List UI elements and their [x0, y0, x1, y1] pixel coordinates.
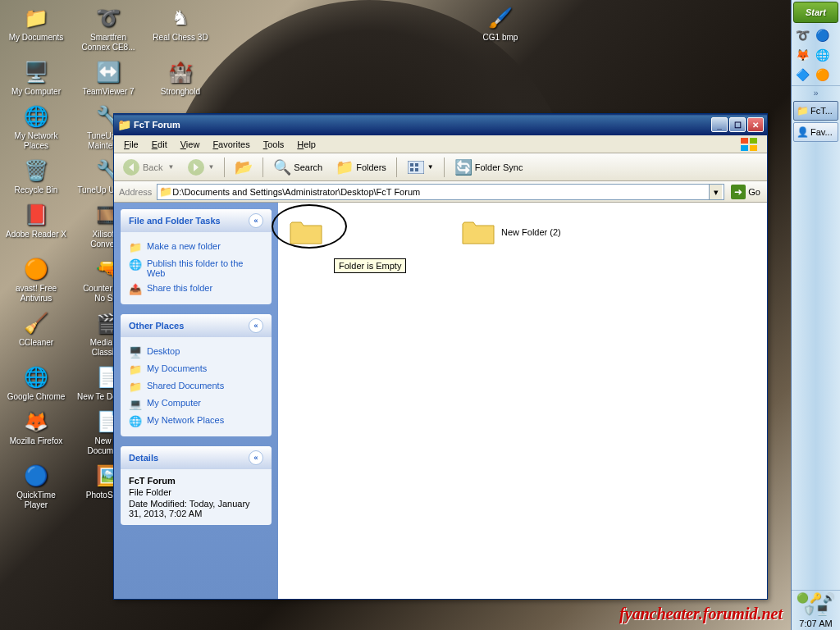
folder-sync-button[interactable]: 🔄Folder Sync	[450, 156, 528, 179]
desktop-icon-label: Recycle Bin	[15, 185, 58, 195]
folder-icon: 📁	[159, 185, 172, 198]
desktop-icon[interactable]: 🏰Stronghold	[148, 57, 213, 98]
link-icon: 📁	[129, 381, 142, 393]
link-icon: 🖥️	[129, 346, 142, 358]
menu-item[interactable]: View	[174, 138, 207, 151]
folders-button[interactable]: 📁Folders	[331, 156, 391, 179]
search-button[interactable]: 🔍Search	[268, 156, 327, 179]
desktop-icon[interactable]: 🟠avast! Free Antivirus	[3, 254, 69, 305]
details-type: File Folder	[129, 486, 263, 497]
forward-button[interactable]: ▼	[182, 156, 219, 179]
sidebar-link[interactable]: 📤Share this folder	[129, 281, 263, 298]
toolbar: Back▼ ▼ 📂 🔍Search 📁Folders ▼ 🔄Folder Syn…	[114, 153, 767, 181]
desktop-icon[interactable]: 🧹CCleaner	[3, 308, 69, 359]
folder-label: New Folder (2)	[501, 227, 561, 237]
menu-item[interactable]: Edit	[145, 138, 174, 151]
desktop-icon[interactable]: ♞Real Chess 3D	[148, 3, 213, 54]
quick-launch-item[interactable]: 🔵	[813, 26, 831, 44]
sidebar-link[interactable]: 🖥️Desktop	[129, 344, 263, 361]
folders-icon: 📁	[336, 158, 354, 176]
desktop-icon-label: CG1 bmp	[483, 33, 518, 43]
desktop-icon[interactable]: ↔️TeamViewer 7	[75, 57, 141, 98]
menu-item[interactable]: Favorites	[206, 138, 256, 151]
folder-item-selected[interactable]: Folder is Empty	[286, 214, 426, 250]
desktop-icon[interactable]: 🔵QuickTime Player	[3, 461, 69, 512]
folder-icon: 📁	[117, 118, 130, 131]
svg-rect-2	[741, 145, 748, 151]
link-label: My Documents	[147, 363, 207, 373]
tooltip: Folder is Empty	[334, 258, 406, 273]
desktop-icon-label: Adobe Reader X	[6, 230, 66, 240]
go-button[interactable]: ➜ Go	[728, 185, 764, 199]
app-icon: 🗑️	[23, 158, 49, 184]
taskbar-tasks: 📁FcT...👤Fav...	[792, 99, 840, 590]
tasks-panel-header[interactable]: File and Folder Tasks «	[121, 209, 272, 232]
link-label: My Network Places	[147, 415, 224, 425]
quick-launch: ➰🔵🦊🌐🔷🟠	[792, 25, 840, 86]
quick-launch-item[interactable]: 🌐	[813, 46, 831, 64]
address-dropdown[interactable]: ▾	[709, 185, 722, 199]
collapse-icon: «	[249, 213, 263, 228]
tray-icon[interactable]: 🔊	[823, 592, 835, 604]
views-button[interactable]: ▼	[402, 156, 439, 179]
desktop-icon[interactable]: 🌐My Network Places	[3, 102, 69, 153]
tray-icon[interactable]: 🟢	[797, 592, 809, 604]
taskbar-button[interactable]: 📁FcT...	[793, 101, 838, 121]
taskbar-button[interactable]: 👤Fav...	[793, 122, 838, 142]
back-button[interactable]: Back▼	[117, 156, 179, 179]
desktop-icon[interactable]: 🌐Google Chrome	[3, 363, 69, 404]
svg-rect-0	[741, 138, 748, 144]
desktop-icon[interactable]: 🗑️Recycle Bin	[3, 156, 69, 197]
tray-icon[interactable]: 🔑	[810, 592, 822, 604]
desktop-icon[interactable]: 📕Adobe Reader X	[3, 200, 69, 251]
desktop-icon[interactable]: 🖥️My Computer	[3, 57, 69, 98]
start-button[interactable]: Start	[793, 2, 838, 23]
windows-logo-icon	[734, 136, 764, 153]
places-panel: Other Places « 🖥️Desktop📁My Documents📁Sh…	[121, 314, 272, 436]
app-icon: 🌐	[23, 364, 49, 390]
sidebar-link[interactable]: 🌐My Network Places	[129, 413, 263, 430]
forward-arrow-icon	[187, 158, 205, 176]
quick-launch-item[interactable]: ➰	[793, 26, 811, 44]
menu-item[interactable]: File	[117, 138, 145, 151]
sidebar-link[interactable]: 💻My Computer	[129, 395, 263, 413]
link-icon: 📤	[129, 283, 142, 295]
tray-icon[interactable]: 🛡️	[803, 605, 815, 616]
minimize-button[interactable]: _	[711, 117, 728, 132]
desktop-icon-label: Real Chess 3D	[153, 33, 208, 43]
link-icon: 💻	[129, 398, 142, 410]
folder-content[interactable]: Folder is Empty New Folder (2)	[278, 203, 767, 599]
tray-icon[interactable]: 🖥️	[816, 605, 829, 616]
explorer-window: 📁 FcT Forum _ ☐ ✕ FileEditViewFavoritesT…	[113, 113, 768, 600]
sidebar-link[interactable]: 🌐Publish this folder to the Web	[129, 256, 263, 281]
menubar: FileEditViewFavoritesToolsHelp	[114, 135, 767, 153]
quick-launch-item[interactable]: 🦊	[793, 46, 811, 64]
menu-item[interactable]: Tools	[257, 138, 291, 151]
desktop-icon[interactable]: ➰Smartfren Connex CE8...	[75, 3, 141, 54]
quick-launch-item[interactable]: 🟠	[813, 66, 831, 84]
sidebar-link[interactable]: 📁Shared Documents	[129, 378, 263, 395]
details-name: FcT Forum	[129, 476, 263, 486]
sidebar-link[interactable]: 📁Make a new folder	[129, 239, 263, 256]
up-folder-icon: 📂	[235, 158, 253, 176]
app-icon: 🖥️	[23, 59, 49, 85]
quick-launch-chevron[interactable]: »	[792, 86, 840, 99]
watermark-text: fyancheater.forumid.net	[619, 605, 783, 623]
details-panel-header[interactable]: Details «	[121, 446, 272, 469]
sidebar-link[interactable]: 📁My Documents	[129, 361, 263, 378]
desktop-icon-label: QuickTime Player	[5, 491, 67, 510]
titlebar[interactable]: 📁 FcT Forum _ ☐ ✕	[114, 114, 767, 135]
desktop-icon-label: Smartfren Connex CE8...	[77, 33, 139, 52]
folder-item[interactable]: New Folder (2)	[459, 214, 598, 250]
up-button[interactable]: 📂	[230, 156, 258, 179]
go-arrow-icon: ➜	[731, 185, 746, 199]
close-button[interactable]: ✕	[747, 117, 764, 132]
places-panel-header[interactable]: Other Places «	[121, 314, 272, 337]
desktop-icon[interactable]: 📁My Documents	[3, 3, 69, 54]
address-input[interactable]	[172, 187, 709, 197]
menu-item[interactable]: Help	[290, 138, 322, 151]
quick-launch-item[interactable]: 🔷	[793, 66, 811, 84]
maximize-button[interactable]: ☐	[729, 117, 746, 132]
desktop-icon[interactable]: 🦊Mozilla Firefox	[3, 407, 69, 458]
desktop-icon[interactable]: 🖌️ CG1 bmp	[468, 3, 533, 44]
